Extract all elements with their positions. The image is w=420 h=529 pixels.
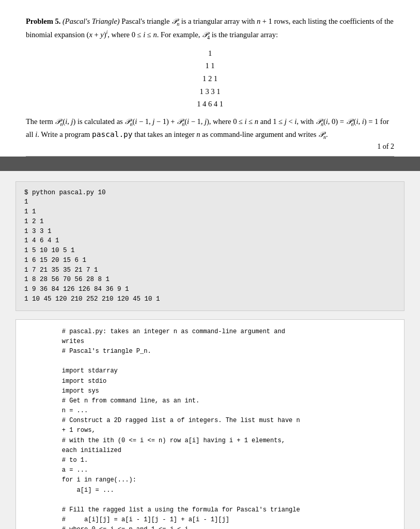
terminal-out-2: 1 1	[24, 207, 396, 217]
code-line-14: a = ...	[47, 465, 373, 475]
code-line-9: # Construct a 2D ragged list a of intege…	[47, 416, 373, 426]
page-number: 1 of 2	[377, 143, 394, 151]
code-line-15: for i in range(...):	[47, 475, 373, 485]
code-wrapper: # pascal.py: takes an integer n as comma…	[15, 319, 405, 529]
pn-var: 𝒫n	[172, 17, 179, 25]
code-line-6: import sys	[47, 386, 373, 396]
code-block: # pascal.py: takes an integer n as comma…	[15, 319, 405, 529]
code-line-7: # Get n from command line, as an int.	[47, 396, 373, 406]
terminal-out-3: 1 2 1	[24, 217, 396, 227]
code-line-12: each initialized	[47, 446, 373, 456]
terminal-out-5: 1 4 6 4 1	[24, 236, 396, 246]
terminal-out-6: 1 5 10 10 5 1	[24, 246, 396, 256]
terminal-out-9: 1 8 28 56 70 56 28 8 1	[24, 275, 396, 285]
triangle-row-1: 1	[26, 47, 394, 60]
terminal-out-11: 1 10 45 120 210 252 210 120 45 10 1	[24, 294, 396, 304]
code-line-5: import stdio	[47, 377, 373, 386]
problem-label: Problem 5.	[26, 17, 60, 25]
terminal-out-8: 1 7 21 35 35 21 7 1	[24, 266, 396, 275]
problem-text: Problem 5. (Pascal's Triangle) Pascal's …	[26, 15, 394, 142]
triangle-display: 1 1 1 1 2 1 1 3 3 1 1 4 6 4 1	[26, 47, 394, 111]
problem-statement: Problem 5. (Pascal's Triangle) Pascal's …	[26, 15, 394, 42]
code-line-4: import stdarray	[47, 366, 373, 376]
top-page: Problem 5. (Pascal's Triangle) Pascal's …	[0, 0, 420, 156]
triangle-row-4: 1 3 3 1	[26, 85, 394, 98]
terminal-command: $ python pascal.py 10	[24, 188, 396, 198]
terminal-out-4: 1 3 3 1	[24, 227, 396, 237]
code-line-19: # where 0 <= i <= n and 1 <= j < i.	[47, 525, 373, 529]
bottom-page: $ python pascal.py 10 1 1 1 1 2 1 1 3 3 …	[0, 171, 420, 529]
page-container: Problem 5. (Pascal's Triangle) Pascal's …	[0, 0, 420, 529]
dark-separator	[0, 157, 420, 171]
triangle-row-3: 1 2 1	[26, 72, 394, 85]
terminal-out-1: 1	[24, 197, 396, 207]
term-description: The term 𝒫n(i, j) is calculated as 𝒫n(i …	[26, 116, 394, 142]
code-line-blank1	[47, 356, 373, 366]
code-line-18: # a[i][j] = a[i - 1][j - 1] + a[i - 1][j…	[47, 515, 373, 525]
terminal-block: $ python pascal.py 10 1 1 1 1 2 1 1 3 3 …	[15, 181, 405, 311]
program-name-inline: pascal.py	[92, 130, 133, 138]
code-line-3: # Pascal's triangle P_n.	[47, 347, 373, 356]
code-line-13: # to 1.	[47, 456, 373, 465]
problem-title-italic: (Pascal's Triangle)	[63, 17, 121, 25]
terminal-out-10: 1 9 36 84 126 126 84 36 9 1	[24, 285, 396, 294]
where-constraint-inline: where 0 ≤ i ≤ n.	[112, 30, 159, 39]
code-line-16: a[i] = ...	[47, 486, 373, 495]
code-line-11: # with the ith (0 <= i <= n) row a[i] ha…	[47, 436, 373, 446]
code-line-1: # pascal.py: takes an integer n as comma…	[47, 327, 373, 337]
code-line-2: writes	[47, 337, 373, 347]
code-line-10: + 1 rows,	[47, 426, 373, 435]
code-line-17: # Fill the ragged list a using the formu…	[47, 505, 373, 515]
code-line-8: n = ...	[47, 406, 373, 416]
triangle-row-2: 1 1	[26, 59, 394, 72]
code-line-blank2	[47, 495, 373, 505]
terminal-out-7: 1 6 15 20 15 6 1	[24, 256, 396, 266]
triangle-row-5: 1 4 6 4 1	[26, 98, 394, 111]
